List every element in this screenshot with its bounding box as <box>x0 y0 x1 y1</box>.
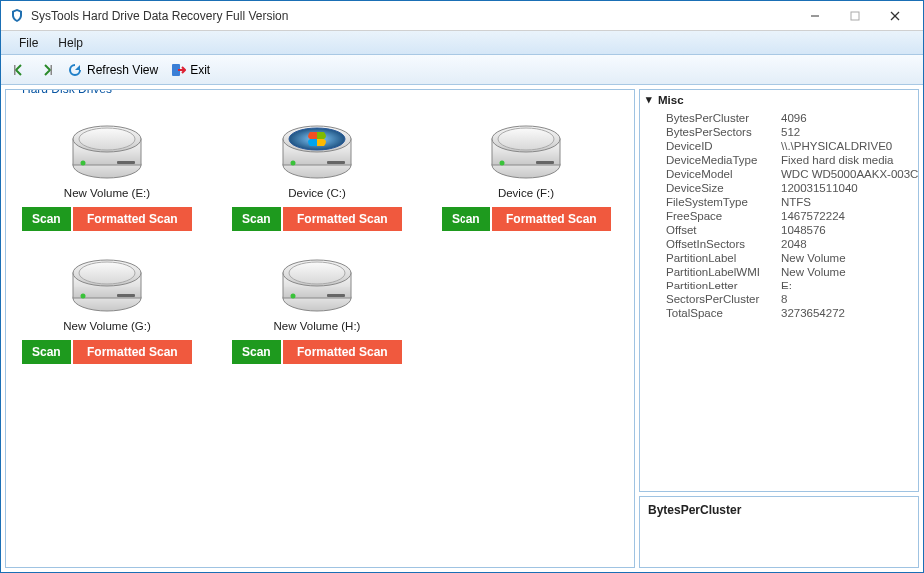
svg-point-28 <box>79 262 135 284</box>
property-row[interactable]: OffsetInSectors2048 <box>666 237 918 251</box>
minimize-button[interactable] <box>795 4 835 28</box>
svg-point-23 <box>500 161 505 166</box>
drive-label: Device (C:) <box>288 187 346 199</box>
scan-button[interactable]: Scan <box>232 340 281 364</box>
formatted-scan-button[interactable]: Formatted Scan <box>73 207 192 231</box>
svg-rect-1 <box>851 12 859 20</box>
property-value: 8 <box>781 293 918 305</box>
property-row[interactable]: FreeSpace1467572224 <box>666 209 918 223</box>
property-value: New Volume <box>781 266 918 278</box>
property-value: 3273654272 <box>781 307 918 319</box>
properties-header[interactable]: ▾ Misc <box>640 90 918 109</box>
close-button[interactable] <box>875 4 915 28</box>
property-key: OffsetInSectors <box>666 238 781 250</box>
property-key: FreeSpace <box>666 210 781 222</box>
drive-icon <box>486 121 566 181</box>
description-title: BytesPerCluster <box>648 503 741 517</box>
formatted-scan-button[interactable]: Formatted Scan <box>283 207 402 231</box>
nav-back-button[interactable] <box>7 60 31 80</box>
chevron-down-icon: ▾ <box>646 93 652 106</box>
svg-point-34 <box>289 262 345 284</box>
drive-grid: New Volume (E:)ScanFormatted ScanDevice … <box>12 106 628 379</box>
property-value: 2048 <box>781 238 918 250</box>
property-row[interactable]: FileSystemTypeNTFS <box>666 195 918 209</box>
drive-item[interactable]: New Volume (H:)ScanFormatted Scan <box>232 255 402 364</box>
property-row[interactable]: BytesPerSectors512 <box>666 125 918 139</box>
property-value: 120031511040 <box>781 182 918 194</box>
drive-label: New Volume (H:) <box>274 320 361 332</box>
property-key: BytesPerSectors <box>666 126 781 138</box>
svg-point-10 <box>79 128 135 150</box>
svg-rect-12 <box>117 161 135 164</box>
property-key: DeviceSize <box>666 182 781 194</box>
property-row[interactable]: PartitionLetterE: <box>666 279 918 292</box>
property-value: 1048576 <box>781 224 918 236</box>
menu-help[interactable]: Help <box>48 33 93 53</box>
maximize-button[interactable] <box>835 4 875 28</box>
properties-header-label: Misc <box>658 94 684 106</box>
svg-point-22 <box>498 128 554 150</box>
menubar: File Help <box>1 31 923 55</box>
drives-panel: Hard Disk Drives New Volume (E:)ScanForm… <box>5 89 635 568</box>
property-key: BytesPerCluster <box>666 112 781 124</box>
property-key: DeviceMediaType <box>666 154 781 166</box>
property-row[interactable]: BytesPerCluster4096 <box>666 111 918 125</box>
property-value: Fixed hard disk media <box>781 154 918 166</box>
property-row[interactable]: DeviceID\\.\PHYSICALDRIVE0 <box>666 139 918 153</box>
property-key: Offset <box>666 224 781 236</box>
property-key: TotalSpace <box>666 307 781 319</box>
drive-icon <box>67 121 147 181</box>
drive-item[interactable]: New Volume (E:)ScanFormatted Scan <box>22 121 192 231</box>
property-key: FileSystemType <box>666 196 781 208</box>
drive-item[interactable]: New Volume (G:)ScanFormatted Scan <box>22 255 192 364</box>
scan-button[interactable]: Scan <box>442 207 490 231</box>
exit-icon <box>170 62 186 78</box>
drive-label: New Volume (G:) <box>63 320 151 332</box>
formatted-scan-button[interactable]: Formatted Scan <box>492 207 611 231</box>
scan-button[interactable]: Scan <box>232 207 281 231</box>
property-row[interactable]: PartitionLabelWMINew Volume <box>666 265 918 279</box>
property-row[interactable]: SectorsPerCluster8 <box>666 292 918 306</box>
drive-icon <box>277 255 357 314</box>
property-row[interactable]: Offset1048576 <box>666 223 918 237</box>
exit-label: Exit <box>190 63 210 77</box>
formatted-scan-button[interactable]: Formatted Scan <box>283 340 402 364</box>
toolbar: Refresh View Exit <box>1 55 923 85</box>
refresh-icon <box>67 62 83 78</box>
scan-button[interactable]: Scan <box>22 340 71 364</box>
svg-rect-5 <box>51 65 53 75</box>
main-area: Hard Disk Drives New Volume (E:)ScanForm… <box>1 85 923 572</box>
formatted-scan-button[interactable]: Formatted Scan <box>73 340 192 364</box>
properties-list: BytesPerCluster4096BytesPerSectors512Dev… <box>640 109 918 322</box>
property-row[interactable]: TotalSpace3273654272 <box>666 306 918 320</box>
nav-forward-button[interactable] <box>35 60 59 80</box>
property-value: 4096 <box>781 112 918 124</box>
refresh-button[interactable]: Refresh View <box>63 60 162 80</box>
drive-item[interactable]: Device (F:)ScanFormatted Scan <box>442 121 611 231</box>
refresh-label: Refresh View <box>87 63 158 77</box>
drive-label: Device (F:) <box>498 187 554 199</box>
exit-button[interactable]: Exit <box>166 60 214 80</box>
property-key: DeviceModel <box>666 168 781 180</box>
app-icon <box>9 8 25 24</box>
svg-rect-36 <box>327 294 345 297</box>
svg-rect-30 <box>117 294 135 297</box>
property-row[interactable]: DeviceMediaTypeFixed hard disk media <box>666 153 918 167</box>
svg-point-17 <box>291 161 296 166</box>
property-key: PartitionLetter <box>666 280 781 291</box>
nav-back-icon <box>11 62 27 78</box>
property-row[interactable]: PartitionLabelNew Volume <box>666 251 918 265</box>
svg-point-11 <box>81 161 86 166</box>
scan-button[interactable]: Scan <box>22 207 71 231</box>
property-key: SectorsPerCluster <box>666 293 781 305</box>
drive-item[interactable]: Device (C:)ScanFormatted Scan <box>232 121 402 231</box>
drive-label: New Volume (E:) <box>64 187 150 199</box>
property-row[interactable]: DeviceSize120031511040 <box>666 181 918 195</box>
property-row[interactable]: DeviceModelWDC WD5000AAKX-003CA0 AT <box>666 167 918 181</box>
property-value: 1467572224 <box>781 210 918 222</box>
property-value: New Volume <box>781 252 918 264</box>
drive-icon <box>277 121 357 181</box>
drives-panel-title: Hard Disk Drives <box>16 89 118 96</box>
menu-file[interactable]: File <box>9 33 48 53</box>
svg-rect-4 <box>14 65 16 75</box>
